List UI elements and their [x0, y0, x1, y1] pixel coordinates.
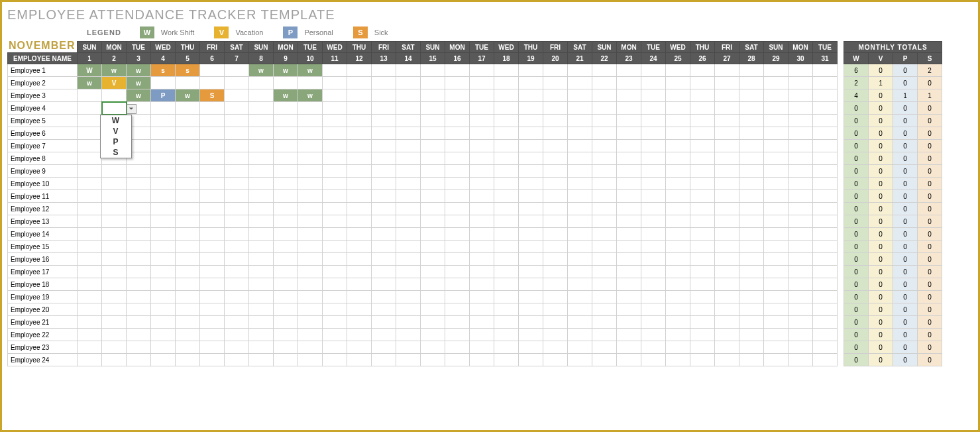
attendance-cell[interactable] — [396, 228, 421, 241]
attendance-cell[interactable] — [641, 178, 666, 190]
attendance-cell[interactable] — [127, 329, 151, 341]
attendance-cell[interactable] — [176, 127, 200, 140]
attendance-cell[interactable] — [519, 354, 543, 366]
employee-name[interactable]: Employee 10 — [8, 178, 78, 190]
employee-name[interactable]: Employee 4 — [8, 102, 78, 115]
attendance-cell[interactable] — [592, 64, 617, 77]
attendance-cell[interactable] — [396, 278, 421, 291]
attendance-cell[interactable] — [519, 291, 543, 303]
attendance-cell[interactable] — [568, 152, 592, 165]
attendance-cell[interactable] — [347, 266, 372, 278]
attendance-cell[interactable] — [176, 203, 200, 215]
attendance-cell[interactable] — [813, 115, 838, 127]
attendance-cell[interactable] — [617, 190, 641, 203]
attendance-cell[interactable] — [592, 303, 617, 316]
attendance-cell[interactable] — [102, 278, 127, 291]
attendance-cell[interactable] — [176, 77, 200, 89]
attendance-cell[interactable] — [494, 241, 519, 253]
attendance-cell[interactable] — [494, 64, 519, 77]
attendance-cell[interactable] — [690, 127, 715, 140]
attendance-cell[interactable] — [543, 140, 568, 152]
attendance-cell[interactable] — [445, 278, 470, 291]
attendance-cell[interactable] — [690, 203, 715, 215]
attendance-cell[interactable] — [543, 354, 568, 366]
attendance-cell[interactable] — [715, 266, 739, 278]
attendance-cell[interactable] — [323, 190, 347, 203]
attendance-cell[interactable] — [494, 341, 519, 354]
attendance-cell[interactable] — [813, 77, 838, 89]
attendance-cell[interactable] — [151, 291, 176, 303]
attendance-cell[interactable] — [249, 190, 274, 203]
attendance-cell[interactable] — [789, 316, 813, 329]
attendance-cell[interactable] — [470, 102, 494, 115]
attendance-cell[interactable] — [715, 228, 739, 241]
attendance-cell[interactable] — [421, 165, 445, 178]
attendance-cell[interactable] — [396, 190, 421, 203]
attendance-cell[interactable] — [764, 203, 789, 215]
attendance-cell[interactable] — [421, 89, 445, 102]
attendance-cell[interactable] — [396, 266, 421, 278]
attendance-cell[interactable] — [372, 115, 396, 127]
attendance-cell[interactable] — [739, 354, 764, 366]
attendance-cell[interactable] — [543, 127, 568, 140]
attendance-cell[interactable] — [127, 303, 151, 316]
attendance-cell[interactable] — [690, 341, 715, 354]
attendance-cell[interactable] — [617, 253, 641, 266]
attendance-cell[interactable] — [323, 102, 347, 115]
attendance-cell[interactable] — [494, 316, 519, 329]
employee-name[interactable]: Employee 23 — [8, 341, 78, 354]
attendance-cell[interactable] — [715, 127, 739, 140]
employee-name[interactable]: Employee 19 — [8, 291, 78, 303]
attendance-cell[interactable] — [78, 278, 102, 291]
attendance-cell[interactable] — [617, 152, 641, 165]
attendance-cell[interactable] — [225, 341, 249, 354]
attendance-cell[interactable] — [200, 329, 225, 341]
attendance-cell[interactable] — [641, 165, 666, 178]
attendance-cell[interactable] — [151, 215, 176, 228]
attendance-cell[interactable] — [127, 278, 151, 291]
attendance-cell[interactable] — [519, 266, 543, 278]
attendance-cell[interactable] — [151, 241, 176, 253]
attendance-cell[interactable] — [200, 278, 225, 291]
attendance-cell[interactable] — [617, 291, 641, 303]
attendance-cell[interactable] — [445, 241, 470, 253]
attendance-cell[interactable] — [739, 77, 764, 89]
attendance-cell[interactable] — [519, 341, 543, 354]
attendance-cell[interactable] — [274, 140, 298, 152]
attendance-cell[interactable] — [372, 165, 396, 178]
attendance-cell[interactable] — [249, 127, 274, 140]
attendance-cell[interactable] — [200, 77, 225, 89]
attendance-cell[interactable] — [151, 228, 176, 241]
attendance-cell[interactable] — [739, 89, 764, 102]
attendance-cell[interactable] — [249, 203, 274, 215]
attendance-cell[interactable] — [445, 89, 470, 102]
attendance-cell[interactable] — [249, 89, 274, 102]
attendance-cell[interactable] — [690, 165, 715, 178]
attendance-cell[interactable] — [764, 64, 789, 77]
attendance-cell[interactable] — [127, 203, 151, 215]
attendance-cell[interactable]: w — [274, 64, 298, 77]
attendance-cell[interactable] — [421, 102, 445, 115]
attendance-cell[interactable] — [568, 115, 592, 127]
attendance-cell[interactable] — [789, 303, 813, 316]
attendance-cell[interactable] — [421, 253, 445, 266]
attendance-cell[interactable] — [789, 241, 813, 253]
attendance-cell[interactable] — [396, 316, 421, 329]
attendance-cell[interactable]: s — [151, 64, 176, 77]
attendance-cell[interactable] — [739, 278, 764, 291]
attendance-cell[interactable] — [568, 329, 592, 341]
employee-name[interactable]: Employee 11 — [8, 190, 78, 203]
attendance-cell[interactable] — [519, 178, 543, 190]
attendance-cell[interactable] — [739, 152, 764, 165]
attendance-cell[interactable] — [813, 203, 838, 215]
attendance-cell[interactable] — [789, 354, 813, 366]
attendance-cell[interactable] — [78, 291, 102, 303]
attendance-cell[interactable] — [641, 89, 666, 102]
attendance-cell[interactable] — [102, 266, 127, 278]
attendance-cell[interactable] — [764, 228, 789, 241]
attendance-cell[interactable] — [347, 278, 372, 291]
attendance-cell[interactable] — [225, 89, 249, 102]
attendance-cell[interactable] — [470, 303, 494, 316]
attendance-cell[interactable] — [176, 266, 200, 278]
attendance-cell[interactable] — [739, 253, 764, 266]
